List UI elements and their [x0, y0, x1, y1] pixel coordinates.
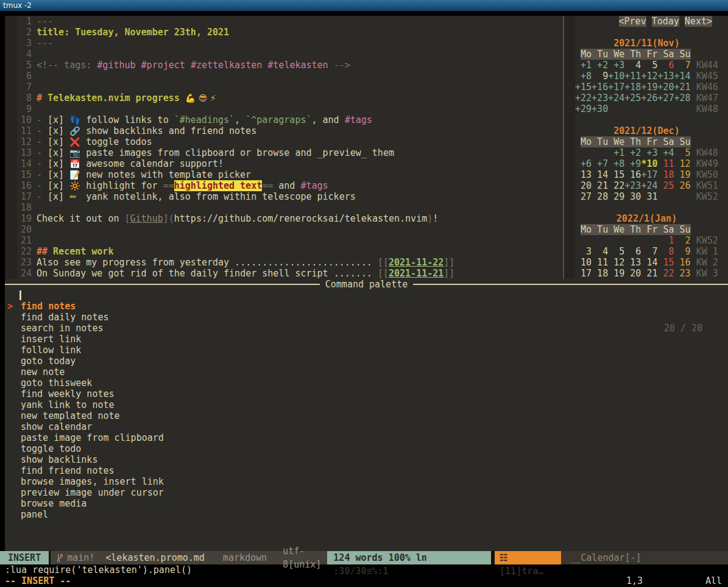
palette-item[interactable]: toggle todo	[5, 443, 728, 454]
editor-line[interactable]: 9	[5, 104, 563, 114]
calendar-day-cell[interactable]: +3	[608, 60, 624, 71]
calendar-day-cell[interactable]: +29	[575, 104, 592, 114]
palette-item[interactable]: new templated note	[5, 410, 728, 421]
calendar-day-cell[interactable]: +25	[624, 93, 641, 104]
calendar-day-cell[interactable]: +19	[641, 82, 657, 93]
calendar-day-cell[interactable]: +16	[592, 82, 608, 93]
calendar-day-cell[interactable]	[592, 235, 608, 246]
calendar-day-cell[interactable]: 31	[641, 191, 657, 202]
calendar-day-cell[interactable]: 9	[592, 71, 608, 82]
calendar-day-cell[interactable]: 13	[624, 257, 641, 268]
calendar-day-cell[interactable]	[608, 104, 624, 114]
calendar-day-cell[interactable]: *10	[641, 158, 657, 169]
calendar-day-cell[interactable]: +13	[657, 71, 674, 82]
calendar-day-cell[interactable]: +10	[608, 71, 624, 82]
calendar-day-cell[interactable]: +21	[674, 82, 691, 93]
editor-line[interactable]: 10- [x] 👣 follow links to `#headings`, `…	[5, 114, 563, 125]
calendar-day-cell[interactable]: 21	[592, 180, 608, 191]
command-line[interactable]: :lua require('telekasten').panel()	[5, 564, 192, 575]
calendar-day-cell[interactable]: +8	[608, 158, 624, 169]
calendar-day-cell[interactable]	[641, 104, 657, 114]
calendar-day-cell[interactable]: +30	[592, 104, 608, 114]
editor-line[interactable]: 8# Telekasten.nvim progress 💪 😎 ⚡	[5, 93, 563, 104]
palette-item[interactable]: goto thisweek	[5, 378, 728, 388]
palette-item[interactable]: goto today	[5, 356, 728, 367]
editor-line[interactable]: 24On Sunday we got rid of the daily find…	[5, 268, 563, 279]
calendar-day-cell[interactable]: +22	[575, 93, 592, 104]
calendar-day-cell[interactable]: 14	[592, 169, 608, 180]
calendar-day-cell[interactable]: +23	[624, 180, 641, 191]
editor-line[interactable]: 11- [x] 🔗 show backlinks and friend note…	[5, 125, 563, 136]
calendar-day-cell[interactable]: +9	[624, 158, 641, 169]
editor-line[interactable]: 6	[5, 71, 563, 82]
calendar-day-cell[interactable]	[608, 235, 624, 246]
palette-item[interactable]: show calendar	[5, 421, 728, 432]
calendar-day-cell[interactable]: 20	[624, 268, 641, 279]
calendar-day-cell[interactable]: +11	[624, 71, 641, 82]
calendar-day-cell[interactable]: +2	[624, 147, 641, 158]
calendar-day-cell[interactable]: 11	[592, 257, 608, 268]
calendar-day-cell[interactable]: 15	[657, 257, 674, 268]
calendar-day-cell[interactable]: 18	[592, 268, 608, 279]
calendar-day-cell[interactable]	[624, 235, 641, 246]
calendar-day-cell[interactable]: +14	[674, 71, 691, 82]
palette-item[interactable]: insert link	[5, 334, 728, 345]
calendar-day-cell[interactable]: 17	[575, 268, 592, 279]
calendar-day-cell[interactable]	[592, 147, 608, 158]
editor-line[interactable]: 21	[5, 235, 563, 246]
calendar-day-cell[interactable]: 13	[575, 169, 592, 180]
editor-line[interactable]: 17- [x] ✏ yank notelink, also from withi…	[5, 191, 563, 202]
calendar-day-cell[interactable]: +1	[608, 147, 624, 158]
calendar-day-cell[interactable]: 18	[657, 169, 674, 180]
calendar-day-cell[interactable]	[641, 235, 657, 246]
editor-line[interactable]: 22## Recent work	[5, 246, 563, 257]
calendar-day-cell[interactable]	[657, 191, 674, 202]
palette-item[interactable]: panel	[5, 509, 728, 520]
palette-item[interactable]: preview image under cursor	[5, 487, 728, 498]
calendar-day-cell[interactable]: 4	[592, 246, 608, 257]
calendar-day-cell[interactable]: 15	[608, 169, 624, 180]
calendar-day-cell[interactable]: +8	[575, 71, 592, 82]
palette-item[interactable]: yank link to note	[5, 399, 728, 410]
palette-item[interactable]: browse images, insert link	[5, 476, 728, 487]
calendar-day-cell[interactable]: 2	[674, 235, 691, 246]
calendar-day-cell[interactable]: 22	[657, 268, 674, 279]
calendar-day-cell[interactable]: +2	[592, 60, 608, 71]
palette-prompt-row[interactable]: > 20 / 20	[5, 290, 728, 301]
calendar-day-cell[interactable]: 25	[657, 180, 674, 191]
next-button[interactable]: Next>	[685, 16, 712, 27]
calendar-day-cell[interactable]: 12	[608, 257, 624, 268]
calendar-day-cell[interactable]: 20	[575, 180, 592, 191]
palette-item[interactable]: >find notes	[5, 301, 728, 312]
calendar-day-cell[interactable]: 7	[674, 60, 691, 71]
calendar-day-cell[interactable]: 30	[624, 191, 641, 202]
editor-line[interactable]: 14- [x] 📅 awesome calendar support!	[5, 158, 563, 169]
calendar-day-cell[interactable]: +24	[608, 93, 624, 104]
calendar-day-cell[interactable]: 28	[592, 191, 608, 202]
editor-line[interactable]: 3---	[5, 38, 563, 49]
calendar-day-cell[interactable]: +3	[641, 147, 657, 158]
calendar-day-cell[interactable]: +1	[575, 60, 592, 71]
palette-item[interactable]: find daily notes	[5, 312, 728, 323]
calendar-day-cell[interactable]: 14	[641, 257, 657, 268]
editor-line[interactable]: 15- [x] 📝 new notes with template picker	[5, 169, 563, 180]
editor-line[interactable]: 16- [x] 🔆 highlight for ==highlighted te…	[5, 180, 563, 191]
calendar-day-cell[interactable]: 27	[575, 191, 592, 202]
calendar-day-cell[interactable]: +7	[592, 158, 608, 169]
calendar-day-cell[interactable]: 11	[657, 158, 674, 169]
calendar-day-cell[interactable]: +4	[657, 147, 674, 158]
calendar-day-cell[interactable]: 22	[608, 180, 624, 191]
calendar-day-cell[interactable]: 23	[674, 268, 691, 279]
prev-button[interactable]: <Prev	[619, 16, 646, 27]
palette-item[interactable]: paste image from clipboard	[5, 432, 728, 443]
calendar-day-cell[interactable]: 6	[624, 246, 641, 257]
editor-line[interactable]: 2title: Tuesday, November 23th, 2021	[5, 27, 563, 38]
editor-line[interactable]: 19Check it out on [Github](https://githu…	[5, 213, 563, 224]
editor-line[interactable]: 4	[5, 49, 563, 60]
editor-line[interactable]: 7	[5, 82, 563, 93]
calendar-day-cell[interactable]	[575, 235, 592, 246]
calendar-day-cell[interactable]	[674, 191, 691, 202]
palette-item[interactable]: new note	[5, 367, 728, 378]
calendar-day-cell[interactable]: +17	[641, 169, 657, 180]
calendar-day-cell[interactable]: 26	[674, 180, 691, 191]
